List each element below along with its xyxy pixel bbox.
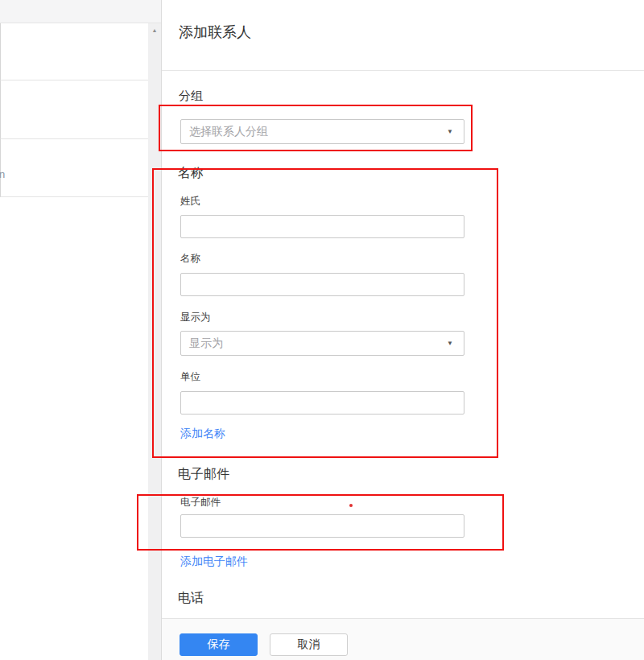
add-email-link[interactable]: 添加电子邮件 (180, 555, 248, 569)
first-name-label: 名称 (180, 252, 200, 266)
page-title: 添加联系人 (179, 23, 251, 42)
chevron-down-icon: ▼ (447, 340, 453, 347)
group-section-label: 分组 (179, 89, 203, 104)
phone-section-heading: 电话 (178, 590, 204, 607)
last-name-label: 姓氏 (180, 195, 200, 208)
group-select-placeholder: 选择联系人分组 (189, 125, 268, 139)
form-footer: 保存 取消 (162, 618, 644, 660)
display-as-select[interactable]: 显示为 ▼ (180, 331, 464, 356)
scroll-up-arrow-icon[interactable]: ▲ (148, 27, 161, 34)
list-item[interactable] (0, 23, 148, 80)
display-as-label: 显示为 (180, 311, 211, 324)
list-item[interactable]: n (0, 139, 148, 197)
display-as-placeholder: 显示为 (189, 336, 223, 351)
email-input[interactable] (180, 514, 464, 538)
first-name-input[interactable] (180, 273, 464, 296)
sidebar-top-band (0, 0, 162, 23)
list-item[interactable] (0, 80, 148, 139)
add-contact-panel: 添加联系人 分组 选择联系人分组 ▼ 名称 姓氏 名称 显示为 显示为 ▼ 单位… (162, 0, 644, 660)
chevron-down-icon: ▼ (447, 128, 453, 135)
title-divider (162, 70, 644, 71)
email-label: 电子邮件 (180, 496, 221, 509)
company-input[interactable] (180, 391, 464, 415)
cancel-button[interactable]: 取消 (270, 633, 348, 656)
scrollbar[interactable]: ▲ (148, 23, 161, 660)
email-section-heading: 电子邮件 (178, 466, 229, 483)
last-name-input[interactable] (180, 215, 464, 238)
save-button[interactable]: 保存 (180, 633, 258, 656)
truncated-list-text: n (0, 168, 5, 180)
group-select[interactable]: 选择联系人分组 ▼ (180, 119, 464, 144)
name-section-heading: 名称 (178, 165, 204, 182)
company-label: 单位 (180, 370, 200, 384)
add-name-link[interactable]: 添加名称 (180, 427, 225, 441)
